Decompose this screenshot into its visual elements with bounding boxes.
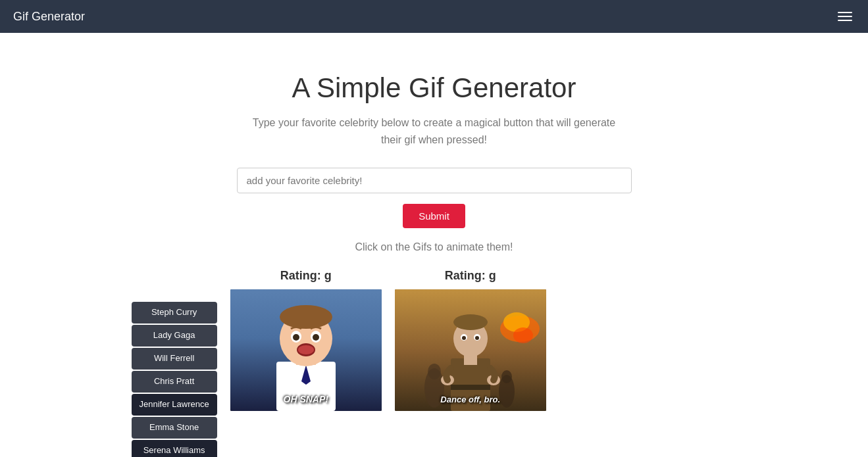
celebrity-list: Steph CurryLady GagaWill FerrellChris Pr… [132, 269, 217, 457]
gif-rating-1: Rating: g [280, 269, 332, 283]
svg-point-5 [280, 305, 332, 329]
svg-point-17 [428, 364, 441, 379]
celebrity-btn-6[interactable]: Serena Williams [132, 440, 217, 457]
svg-point-9 [313, 334, 319, 341]
toggler-bar-3 [838, 20, 852, 21]
navbar-brand: Gif Generator [13, 10, 85, 24]
svg-point-29 [475, 336, 479, 340]
toggler-bar-1 [838, 12, 852, 13]
gif-section: Steph CurryLady GagaWill FerrellChris Pr… [118, 269, 750, 457]
gif-text-overlay-1: OH SNAP! [284, 394, 328, 404]
gif-text-overlay-2: Dance off, bro. [440, 395, 500, 404]
gif-card-2: Rating: g [395, 269, 546, 457]
celebrity-btn-3[interactable]: Chris Pratt [132, 371, 217, 393]
gif-card-1: Rating: g [230, 269, 382, 457]
gif-image-1[interactable]: OH SNAP! [230, 289, 382, 411]
page-subtitle: Type your favorite celebrity below to cr… [250, 114, 619, 148]
main-content: A Simple Gif Generator Type your favorit… [0, 33, 868, 457]
gif-svg-2 [395, 289, 546, 411]
celebrity-input[interactable] [237, 168, 632, 193]
svg-point-11 [298, 345, 314, 354]
celebrity-btn-4[interactable]: Jennifer Lawrence [132, 394, 217, 416]
gif-image-2[interactable]: Dance off, bro. [395, 289, 546, 411]
celebrity-btn-2[interactable]: Will Ferrell [132, 348, 217, 370]
gif-rating-2: Rating: g [445, 269, 496, 283]
navbar-toggler-button[interactable] [835, 9, 855, 24]
gif-cards: Rating: g [217, 269, 737, 457]
page-title: A Simple Gif Generator [292, 72, 576, 104]
svg-point-28 [462, 336, 466, 340]
celebrity-btn-1[interactable]: Lady Gaga [132, 325, 217, 347]
animate-hint: Click on the Gifs to animate them! [355, 241, 513, 253]
celebrity-btn-5[interactable]: Emma Stone [132, 417, 217, 439]
input-container [237, 168, 632, 193]
svg-point-19 [501, 370, 512, 383]
celebrity-btn-0[interactable]: Steph Curry [132, 302, 217, 324]
svg-rect-21 [451, 385, 490, 390]
gif-svg-1 [230, 289, 382, 411]
svg-point-15 [513, 327, 533, 343]
toggler-bar-2 [838, 16, 852, 17]
submit-button[interactable]: Submit [403, 204, 465, 228]
navbar: Gif Generator [0, 0, 868, 33]
svg-point-25 [453, 314, 488, 330]
svg-point-8 [293, 334, 299, 341]
